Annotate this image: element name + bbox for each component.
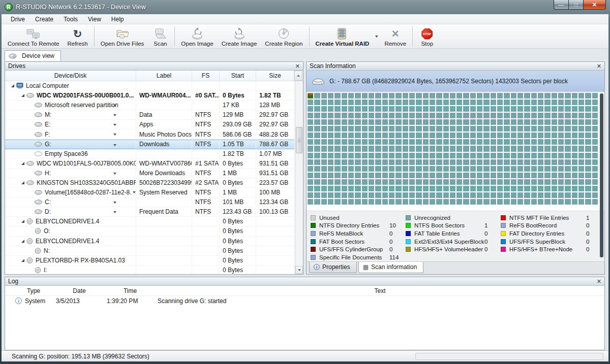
- label-cell: [136, 226, 192, 236]
- chevron-down-icon[interactable]: [113, 173, 116, 175]
- log-column-header-type[interactable]: Type: [13, 286, 54, 295]
- unrecognized-block: [504, 192, 509, 198]
- log-column-header-text[interactable]: Text: [156, 286, 604, 295]
- drive-row[interactable]: Volume[165848cd-0287-11e2-8.System Reser…: [5, 188, 295, 197]
- menu-help[interactable]: Help: [106, 15, 129, 24]
- tree-expander-icon[interactable]: [21, 181, 24, 184]
- scan-vertical-scrollbar[interactable]: [600, 93, 603, 257]
- drive-row[interactable]: I:0 Bytes: [5, 266, 295, 274]
- column-header-size[interactable]: Size: [256, 71, 294, 81]
- close-icon[interactable]: ✕: [597, 63, 601, 69]
- minimize-button[interactable]: —: [554, 0, 569, 10]
- refresh-button[interactable]: ↻Refresh: [63, 24, 92, 48]
- legend-label: UFS/FFS SuperBlock: [509, 239, 586, 245]
- scan-button[interactable]: Scan: [148, 24, 172, 48]
- menu-create[interactable]: Create: [30, 15, 58, 24]
- drive-row[interactable]: F:Music Photos DocsNTFS586.06 GB488.28 G…: [5, 129, 295, 139]
- unrecognized-block: [409, 199, 415, 205]
- tree-expander-icon[interactable]: [21, 220, 24, 223]
- tree-expander-icon[interactable]: [21, 240, 24, 243]
- drive-row[interactable]: Empty Space361.82 TB1.07 MB: [5, 149, 295, 159]
- tree-expander-icon[interactable]: [21, 94, 24, 97]
- chevron-down-icon[interactable]: [113, 105, 116, 107]
- device-cell: F:: [5, 129, 136, 139]
- menu-tools[interactable]: Tools: [58, 15, 83, 24]
- fs-cell: [192, 226, 220, 236]
- chevron-down-icon[interactable]: [113, 144, 116, 146]
- tree-expander-icon[interactable]: [21, 162, 24, 165]
- drive-row[interactable]: G:DownloadsNTFS1.05 TB788.67 GB: [5, 140, 295, 149]
- unrecognized-block: [423, 153, 429, 158]
- maximize-button[interactable]: □: [569, 0, 584, 10]
- drive-row[interactable]: ELBYCLONEDRIVE1.40 Bytes: [5, 237, 295, 246]
- drive-row[interactable]: N:0 Bytes: [5, 246, 295, 256]
- scroll-up-button[interactable]: [294, 71, 302, 81]
- column-header-fs[interactable]: FS: [192, 71, 220, 81]
- drive-row[interactable]: E:AppsNTFS293.09 GB292.97 GB: [5, 120, 295, 129]
- create-region-button[interactable]: Create Region: [261, 24, 307, 48]
- open-drive-files-button[interactable]: Open Drive Files: [97, 24, 148, 48]
- unrecognized-block: [544, 166, 550, 172]
- unrecognized-block: [504, 159, 509, 165]
- chevron-down-icon[interactable]: [113, 114, 116, 116]
- connect-to-remote-button[interactable]: Connect To Remote: [4, 24, 63, 48]
- unrecognized-block: [524, 153, 530, 158]
- drive-row[interactable]: ELBYCLONEDRIVE1.40 Bytes: [5, 217, 295, 226]
- drive-row[interactable]: KINGSTON SH103S3240G501ABBF050026B722303…: [5, 178, 295, 188]
- tree-expander-icon[interactable]: [21, 259, 24, 262]
- unrecognized-block: [375, 146, 381, 151]
- log-entry-row[interactable]: iSystem3/5/20131:39:20 PMScanning drive …: [5, 296, 604, 306]
- stop-button[interactable]: STOPStop: [415, 24, 439, 48]
- chevron-down-icon[interactable]: [133, 191, 136, 193]
- drives-vertical-scrollbar[interactable]: [295, 81, 303, 274]
- scroll-down-button[interactable]: [295, 266, 303, 274]
- unrecognized-block: [328, 192, 333, 198]
- unrecognized-block: [524, 146, 530, 151]
- unrecognized-block: [328, 179, 333, 185]
- computer-icon: [16, 83, 23, 89]
- close-icon[interactable]: ✕: [597, 279, 601, 284]
- tab-device-view[interactable]: Device view: [5, 50, 61, 61]
- column-header-start[interactable]: Start: [220, 71, 256, 81]
- close-button[interactable]: ✕: [584, 0, 606, 10]
- close-icon[interactable]: ✕: [295, 63, 300, 69]
- drive-row[interactable]: Local Computer: [5, 81, 295, 91]
- drive-row[interactable]: WDC WD2001FASS-00U0B001.0...WD-WMAUR004.…: [5, 91, 295, 101]
- chevron-down-icon[interactable]: [113, 124, 116, 126]
- drive-row[interactable]: H:More DownloadsNTFS1 MB931.51 GB: [5, 169, 295, 178]
- fs-cell: [192, 266, 220, 274]
- drive-row[interactable]: Microsoft reserved partition17 KB128 MB: [5, 101, 295, 110]
- column-header-label[interactable]: Label: [136, 71, 192, 81]
- scrollbar-thumb[interactable]: [296, 127, 302, 153]
- create-image-button[interactable]: Create Image: [218, 24, 261, 48]
- dropdown-arrow-button[interactable]: [373, 24, 380, 48]
- view-tabstrip: Device view: [2, 49, 608, 61]
- legend-entry: NTFS Directory Entries10: [311, 222, 406, 230]
- log-column-header-time[interactable]: Time: [105, 286, 156, 295]
- drive-row[interactable]: O:0 Bytes: [5, 226, 295, 236]
- menu-view[interactable]: View: [83, 15, 106, 24]
- log-column-header-date[interactable]: Date: [54, 286, 105, 295]
- drive-row[interactable]: M:DataNTFS129 MB292.97 GB: [5, 110, 295, 120]
- unrecognized-block: [334, 139, 340, 145]
- chevron-down-icon[interactable]: [113, 202, 116, 204]
- tab-properties[interactable]: iProperties: [309, 262, 357, 273]
- drive-row[interactable]: D:Frequent DataNTFS123.43 GB100.13 GB: [5, 207, 295, 217]
- menu-drive[interactable]: Drive: [6, 15, 30, 24]
- unrecognized-block: [375, 93, 381, 98]
- chevron-down-icon[interactable]: [113, 211, 116, 213]
- open-image-button[interactable]: Open Image: [177, 24, 217, 48]
- drive-row[interactable]: PLEXTORBD-R PX-B940SA1.030 Bytes: [5, 256, 295, 266]
- unrecognized-block: [314, 192, 320, 198]
- chevron-down-icon[interactable]: [113, 134, 116, 136]
- drive-row[interactable]: C:NTFS101 MB123.34 GB: [5, 197, 295, 207]
- legend-column: UnusedNTFS Directory Entries10ReFS MetaB…: [311, 214, 406, 261]
- tab-scan-information[interactable]: ▦Scan information: [358, 262, 423, 273]
- remove-button[interactable]: ✕Remove: [380, 24, 410, 48]
- unrecognized-block: [483, 146, 489, 151]
- tree-expander-icon[interactable]: [11, 84, 14, 87]
- unrecognized-block: [389, 106, 394, 112]
- column-header-device-disk[interactable]: Device/Disk: [5, 71, 136, 81]
- drive-row[interactable]: WDC WD1001FALS-00J7B005.00K05WD-WMATV007…: [5, 159, 295, 169]
- create-virtual-raid-button[interactable]: Create Virtual RAID: [312, 24, 374, 48]
